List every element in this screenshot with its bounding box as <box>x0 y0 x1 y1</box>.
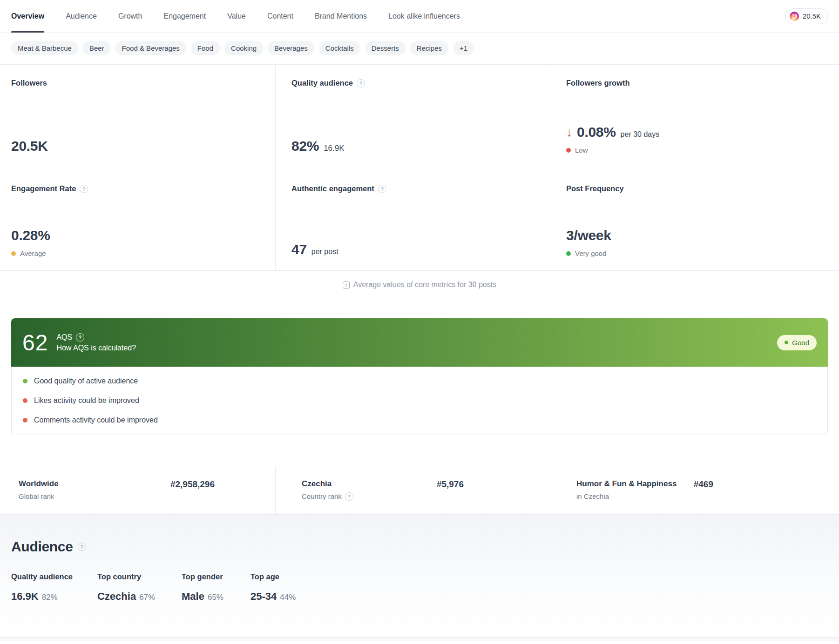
tab-look-alike-influencers[interactable]: Look alike influencers <box>388 0 460 32</box>
next-section-edge <box>0 637 839 641</box>
info-icon: i <box>343 282 350 288</box>
status-dot <box>566 251 571 256</box>
aqs-insights-list: Good quality of active audience Likes ac… <box>11 367 828 435</box>
audience-title: Audience <box>11 539 73 555</box>
stat-secondary: 65% <box>208 593 223 602</box>
aqs-label: AQS <box>56 333 72 342</box>
rank-title: Humor & Fun & Happiness <box>576 478 677 490</box>
top-nav: Overview Audience Growth Engagement Valu… <box>0 0 839 33</box>
metric-label: Followers <box>11 79 47 87</box>
metric-value: 20.5K <box>11 138 48 154</box>
metric-followers-growth: Followers growth ↓ 0.08% per 30 days Low <box>550 65 839 170</box>
stat-label: Top country <box>97 572 182 581</box>
help-icon[interactable]: ? <box>378 185 386 193</box>
stat-value: 16.9K <box>11 590 39 603</box>
metric-value: 3/week <box>566 228 611 243</box>
tab-value[interactable]: Value <box>227 0 246 32</box>
metric-label: Authentic engagement <box>291 184 374 193</box>
metric-followers: Followers 20.5K <box>0 65 275 170</box>
category-tag: Cooking <box>224 41 263 55</box>
status-dot <box>23 379 27 383</box>
core-metrics-grid: Followers 20.5K Quality audience ? 82% 1… <box>0 64 839 271</box>
category-tag: Desserts <box>365 41 406 55</box>
aqs-status-badge: Good <box>777 335 817 350</box>
stat-label: Quality audience <box>11 572 97 581</box>
tab-content[interactable]: Content <box>267 0 293 32</box>
audience-stat-top-age: Top age 25-34 44% <box>250 572 296 603</box>
rank-category: Humor & Fun & Happiness in Czechia #469 <box>550 467 839 514</box>
audience-stat-top-gender: Top gender Male 65% <box>182 572 250 603</box>
metric-engagement-rate: Engagement Rate ? 0.28% Average <box>0 170 275 270</box>
category-tag: Food <box>191 41 220 55</box>
metric-value: 0.28% <box>11 228 50 243</box>
help-icon[interactable]: ? <box>80 185 88 193</box>
metric-secondary-value: 16.9K <box>324 144 344 153</box>
rank-global: Worldwide Global rank #2,958,296 <box>0 467 275 514</box>
rank-value: #469 <box>694 478 713 514</box>
aqs-badge-label: Good <box>792 339 809 347</box>
metric-label: Post Frequency <box>566 184 624 193</box>
stat-value: Male <box>182 590 204 603</box>
metrics-note: i Average values of core metrics for 30 … <box>0 271 839 299</box>
aqs-banner: 62 AQS ? How AQS is calculated? Good <box>11 318 828 367</box>
aqs-how-calculated-link[interactable]: How AQS is calculated? <box>56 344 136 352</box>
category-tag: Meat & Barbecue <box>11 41 78 55</box>
metric-suffix: per 30 days <box>621 130 660 139</box>
list-item: Good quality of active audience <box>23 371 816 391</box>
help-icon[interactable]: ? <box>76 333 84 342</box>
rank-row: Worldwide Global rank #2,958,296 Czechia… <box>0 467 839 515</box>
rank-country: Czechia Country rank ? #5,976 <box>275 467 550 514</box>
metric-label: Followers growth <box>566 79 630 87</box>
rank-subtitle: in Czechia <box>576 491 609 502</box>
status-label: Low <box>575 146 588 154</box>
rank-title: Worldwide <box>19 478 59 490</box>
category-tag-more[interactable]: +1 <box>453 41 474 55</box>
help-icon[interactable]: ? <box>345 492 353 501</box>
metric-post-frequency: Post Frequency 3/week Very good <box>550 170 839 270</box>
stat-label: Top gender <box>182 572 250 581</box>
metric-suffix: per post <box>311 248 338 256</box>
metric-authentic-engagement: Authentic engagement ? 47 per post <box>275 170 550 270</box>
list-item: Likes activity could be improved <box>23 391 816 410</box>
account-followers-pill[interactable]: 20.5K <box>785 8 828 24</box>
status-dot <box>23 398 27 403</box>
status-dot <box>566 148 571 153</box>
down-arrow-icon: ↓ <box>566 127 572 137</box>
metric-value: 47 <box>291 242 307 257</box>
status-dot <box>11 251 16 256</box>
tab-engagement[interactable]: Engagement <box>163 0 206 32</box>
status-label: Average <box>20 249 46 257</box>
stat-secondary: 82% <box>42 593 58 602</box>
category-tag: Recipes <box>410 41 448 55</box>
stat-value: Czechia <box>97 590 136 603</box>
rank-subtitle: Global rank <box>19 491 54 502</box>
tab-audience[interactable]: Audience <box>66 0 97 32</box>
category-tag: Food & Beverages <box>115 41 186 55</box>
audience-stat-top-country: Top country Czechia 67% <box>97 572 182 603</box>
rank-subtitle: Country rank <box>302 491 342 502</box>
help-icon[interactable]: ? <box>357 79 365 87</box>
stat-secondary: 67% <box>139 593 155 602</box>
metric-value: 82% <box>291 138 319 154</box>
status-label: Very good <box>575 249 607 257</box>
list-item-text: Good quality of active audience <box>34 377 138 385</box>
tab-overview[interactable]: Overview <box>11 0 44 32</box>
aqs-card: 62 AQS ? How AQS is calculated? Good Goo… <box>11 318 828 435</box>
category-tag: Cocktails <box>319 41 360 55</box>
list-item: Comments activity could be improved <box>23 410 816 430</box>
badge-dot <box>785 341 788 344</box>
stat-secondary: 44% <box>280 593 296 602</box>
category-tag: Beverages <box>268 41 314 55</box>
metric-label: Engagement Rate <box>11 184 76 193</box>
metric-quality-audience: Quality audience ? 82% 16.9K <box>275 65 550 170</box>
metric-label: Quality audience <box>291 79 353 87</box>
rank-value: #2,958,296 <box>170 478 215 514</box>
tab-brand-mentions[interactable]: Brand Mentions <box>315 0 367 32</box>
list-item-text: Likes activity could be improved <box>34 396 139 405</box>
stat-label: Top age <box>250 572 296 581</box>
metrics-note-text: Average values of core metrics for 30 po… <box>353 281 496 289</box>
rank-title: Czechia <box>302 478 353 490</box>
category-tag: Beer <box>83 41 111 55</box>
tab-growth[interactable]: Growth <box>118 0 142 32</box>
help-icon[interactable]: ? <box>78 543 86 551</box>
